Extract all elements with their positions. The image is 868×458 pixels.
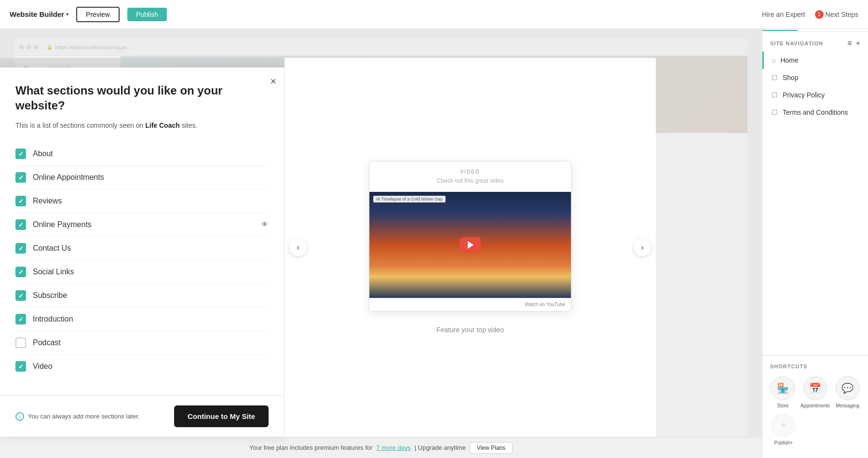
footer-hint-text: You can always add more sections later. xyxy=(28,413,140,420)
label-online-payments: Online Payments xyxy=(33,220,254,229)
website-builder-label[interactable]: Website Builder ▾ xyxy=(10,10,68,18)
top-bar-right: Hire an Expert 1 Next Steps xyxy=(762,10,858,19)
publish-button[interactable]: Publish xyxy=(127,8,167,21)
eye-icon-online-payments[interactable]: 👁 xyxy=(261,220,269,229)
label-video: Video xyxy=(33,362,269,371)
sidebar-item-terms[interactable]: ☐ Terms and Conditions xyxy=(762,104,868,121)
page-icon-3: ☐ xyxy=(772,108,778,116)
checkbox-video[interactable] xyxy=(15,361,26,372)
site-nav-reorder-button[interactable]: ≡ xyxy=(847,39,852,48)
messaging-label: Messaging xyxy=(836,403,859,408)
section-video: Video xyxy=(15,355,269,378)
publish-icon: + xyxy=(772,413,796,437)
sidebar-item-home-label: Home xyxy=(780,56,798,64)
continue-button[interactable]: Continue to My Site xyxy=(174,405,269,427)
sidebar-item-home[interactable]: ⌂ Home xyxy=(762,52,868,69)
label-podcast: Podcast xyxy=(33,338,269,347)
feature-text: Feature your top video xyxy=(436,326,504,334)
checkbox-reviews[interactable] xyxy=(15,196,26,206)
shortcut-appointments[interactable]: 📅 Appointments xyxy=(800,376,830,408)
section-contact-us: Contact Us xyxy=(15,237,269,260)
checkbox-social-links[interactable] xyxy=(15,267,26,277)
modal-overlay: × What sections would you like on your w… xyxy=(0,58,656,437)
shortcut-store[interactable]: 🏪 Store xyxy=(770,376,796,408)
page-icon-2: ☐ xyxy=(772,91,778,99)
video-footer: Watch on YouTube xyxy=(369,298,571,311)
browser-dot-red xyxy=(19,45,24,50)
store-label: Store xyxy=(777,403,789,408)
browser-dot-yellow xyxy=(27,45,31,50)
site-nav-add-button[interactable]: + xyxy=(856,39,860,48)
section-online-payments: Online Payments 👁 xyxy=(15,213,269,237)
label-subscribe: Subscribe xyxy=(33,291,269,300)
appointments-label: Appointments xyxy=(800,403,830,408)
appointments-icon: 📅 xyxy=(803,376,827,400)
video-watermark: W Timelapse of a Cold Winter Day xyxy=(373,196,446,202)
preview-panel: ‹ › VIDEO Check out this great video W T… xyxy=(285,58,656,437)
store-icon: 🏪 xyxy=(771,376,795,400)
label-social-links: Social Links xyxy=(33,268,269,276)
site-navigation-title: SITE NAVIGATION xyxy=(770,40,823,46)
chevron-down-icon: ▾ xyxy=(66,12,68,17)
modal-close-button[interactable]: × xyxy=(270,75,276,88)
browser-dots xyxy=(19,45,39,50)
youtube-logo: Watch on YouTube xyxy=(525,302,565,307)
checkbox-subscribe[interactable] xyxy=(15,290,26,301)
desc-prefix: This is a list of sections commonly seen… xyxy=(15,121,145,129)
browser-dot-green xyxy=(34,45,39,50)
preview-button[interactable]: Preview xyxy=(76,7,120,22)
section-subscribe: Subscribe xyxy=(15,284,269,308)
section-introduction: Introduction xyxy=(15,308,269,331)
label-about: About xyxy=(33,149,269,158)
sidebar-item-privacy-policy[interactable]: ☐ Privacy Policy xyxy=(762,86,868,104)
sidebar-item-shop[interactable]: ☐ Shop xyxy=(762,69,868,86)
desc-suffix: sites. xyxy=(180,121,198,129)
shortcuts-grid: 🏪 Store 📅 Appointments 💬 Messaging xyxy=(770,376,860,408)
desc-highlight: Life Coach xyxy=(145,121,180,129)
checkbox-online-payments[interactable] xyxy=(15,219,26,230)
label-reviews: Reviews xyxy=(33,197,269,205)
label-online-appointments: Online Appointments xyxy=(33,173,269,182)
checkbox-podcast[interactable] xyxy=(15,337,26,348)
checkbox-online-appointments[interactable] xyxy=(15,172,26,183)
top-bar: Website Builder ▾ Preview Publish Hire a… xyxy=(0,0,868,29)
next-steps-label: Next Steps xyxy=(826,11,858,18)
hire-expert-link[interactable]: Hire an Expert xyxy=(762,11,805,18)
preview-next-arrow[interactable]: › xyxy=(634,239,651,256)
footer-hint: i You can always add more sections later… xyxy=(15,412,140,421)
main-content: 🔒 https://deannaslifecoaching.go... Dean… xyxy=(0,29,762,458)
right-panel: ⊞ WEBSITE ◑ ThemE ⚙ SETTINGS SITE NAVIGA… xyxy=(762,0,868,458)
view-plans-button[interactable]: View Plans xyxy=(470,442,513,454)
shortcut-publish[interactable]: + Publish+ xyxy=(770,413,797,445)
checkbox-introduction[interactable] xyxy=(15,314,26,324)
modal-footer: i You can always add more sections later… xyxy=(0,395,284,437)
video-description: Check out this great video xyxy=(377,177,563,184)
video-tag: VIDEO xyxy=(377,169,563,175)
next-steps-link[interactable]: 1 Next Steps xyxy=(815,10,858,19)
checkbox-about[interactable] xyxy=(15,148,26,159)
info-icon: i xyxy=(15,412,24,421)
notification-badge: 1 xyxy=(815,10,824,19)
video-play-button[interactable] xyxy=(460,237,481,253)
preview-prev-arrow[interactable]: ‹ xyxy=(289,239,307,256)
browser-url: 🔒 https://deannaslifecoaching.go... xyxy=(46,44,131,50)
messaging-icon: 💬 xyxy=(836,376,860,400)
section-social-links: Social Links xyxy=(15,260,269,284)
modal-body: About Online Appointments Reviews Online… xyxy=(0,142,284,395)
section-online-appointments: Online Appointments xyxy=(15,166,269,189)
video-label-area: VIDEO Check out this great video xyxy=(369,162,571,192)
brand-label: Website Builder xyxy=(10,10,64,18)
modal-title: What sections would you like on your web… xyxy=(15,83,269,113)
label-introduction: Introduction xyxy=(33,315,269,323)
section-about: About xyxy=(15,142,269,166)
browser-bar: 🔒 https://deannaslifecoaching.go... xyxy=(14,39,747,56)
page-icon: ☐ xyxy=(772,74,778,81)
shortcut-messaging[interactable]: 💬 Messaging xyxy=(835,376,860,408)
video-preview-card: VIDEO Check out this great video W Timel… xyxy=(369,161,571,311)
upgrade-days-link[interactable]: 7 more days xyxy=(376,444,411,451)
label-contact-us: Contact Us xyxy=(33,244,269,253)
checkbox-contact-us[interactable] xyxy=(15,243,26,254)
sidebar-item-privacy-label: Privacy Policy xyxy=(783,91,825,99)
site-navigation-header: SITE NAVIGATION ≡ + xyxy=(762,31,868,52)
publish-label: Publish+ xyxy=(774,440,793,445)
